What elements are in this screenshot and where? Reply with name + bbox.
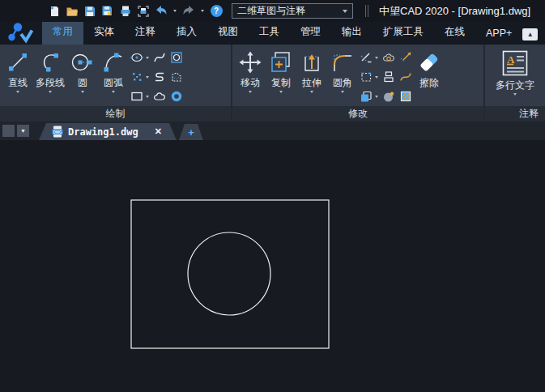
- help-button[interactable]: ?: [207, 3, 225, 19]
- save-button[interactable]: [81, 3, 99, 19]
- ribbon-body: 直线 多段线 圆: [0, 45, 545, 121]
- offset-icon: [360, 90, 373, 103]
- arc-icon: [100, 49, 126, 75]
- revision-cloud-button[interactable]: [153, 87, 166, 106]
- open-folder-icon: [66, 5, 79, 18]
- cloud-edit-icon: [382, 51, 395, 64]
- revision-cloud-icon: [153, 90, 166, 103]
- move-icon: [237, 49, 263, 75]
- close-tab-icon[interactable]: ✕: [155, 126, 162, 137]
- titlebar-separator: [365, 5, 368, 17]
- ribbon-tab-express[interactable]: 扩展工具: [373, 20, 434, 45]
- erase-button[interactable]: 擦除: [414, 46, 445, 88]
- redo-button[interactable]: [180, 3, 198, 19]
- window-title: 中望CAD 2020 - [Drawing1.dwg]: [379, 4, 530, 19]
- plot-preview-button[interactable]: [134, 3, 152, 19]
- ribbon-tab-bar: 常用 实体 注释 插入 视图 工具 管理 输出 扩展工具 在线 APP+ ▲: [0, 22, 545, 45]
- undo-button[interactable]: [152, 3, 170, 19]
- scale-button[interactable]: [399, 48, 412, 67]
- chevron-down-icon: [146, 57, 149, 59]
- undo-dropdown[interactable]: [170, 3, 180, 19]
- chevron-down-icon: [173, 10, 177, 12]
- drawing-canvas[interactable]: [0, 140, 545, 392]
- panel-modify: 移动 复制 拉伸: [231, 45, 483, 121]
- ribbon-tab-output[interactable]: 输出: [331, 20, 373, 45]
- mtext-icon: A: [500, 49, 530, 78]
- region-button[interactable]: [170, 48, 183, 67]
- polyline-icon: [37, 49, 63, 75]
- ribbon-tab-view[interactable]: 视图: [207, 20, 249, 45]
- ribbon-tab-home[interactable]: 常用: [42, 20, 83, 45]
- fillet-button[interactable]: 圆角: [327, 46, 358, 93]
- open-file-button[interactable]: [63, 3, 81, 19]
- document-tab-bar: ▼ DWG Drawing1.dwg ✕ +: [0, 121, 545, 140]
- hatch-button[interactable]: [170, 67, 183, 87]
- point-icon: [130, 70, 143, 83]
- new-tab-button[interactable]: +: [179, 124, 203, 140]
- chevron-down-icon: [375, 57, 378, 59]
- ribbon-collapse-button[interactable]: ▲: [522, 28, 538, 40]
- draw-mini-grid: [129, 46, 185, 106]
- save-icon: [83, 5, 96, 18]
- line-button[interactable]: 直线: [2, 46, 33, 93]
- copy-button[interactable]: 复制: [266, 46, 296, 93]
- canvas-svg: [0, 140, 545, 392]
- chevron-down-icon: [49, 91, 52, 93]
- ribbon-tab-app[interactable]: APP+: [475, 23, 522, 45]
- tab-list-dropdown-button[interactable]: ▼: [17, 125, 29, 137]
- drawn-circle[interactable]: [188, 232, 270, 315]
- rectangle-button[interactable]: [130, 87, 149, 106]
- panel-annotate: A 多行文字 注释: [483, 45, 545, 121]
- app-logo-icon[interactable]: [5, 21, 37, 45]
- hatch-edit-icon: [399, 90, 412, 103]
- ribbon-tab-solid[interactable]: 实体: [83, 20, 125, 45]
- print-button[interactable]: [117, 3, 134, 19]
- new-file-button[interactable]: [45, 3, 63, 19]
- lengthen-button[interactable]: [399, 67, 412, 87]
- spline-cv-button[interactable]: [153, 67, 166, 87]
- fillet-icon: [330, 49, 356, 75]
- dwg-file-icon: DWG: [52, 126, 63, 138]
- hatch-edit-button[interactable]: [399, 87, 412, 106]
- arc-button[interactable]: 圆弧: [98, 46, 129, 93]
- circle-button[interactable]: 圆: [67, 46, 98, 93]
- stretch-button[interactable]: 拉伸: [296, 46, 327, 93]
- ribbon-tab-online[interactable]: 在线: [434, 20, 475, 45]
- explode-icon: [382, 90, 395, 103]
- mtext-button[interactable]: A 多行文字: [493, 46, 537, 96]
- svg-text:DWG: DWG: [53, 130, 62, 134]
- document-tab-drawing1[interactable]: DWG Drawing1.dwg ✕: [39, 123, 177, 140]
- drawn-rectangle[interactable]: [131, 200, 329, 348]
- chevron-down-icon: [146, 76, 149, 79]
- chevron-down-icon: [112, 91, 115, 93]
- move-button[interactable]: 移动: [235, 46, 266, 93]
- trim-button[interactable]: [360, 48, 378, 67]
- save-as-icon: [101, 5, 114, 18]
- svg-text:A: A: [507, 53, 515, 66]
- array-icon: [360, 70, 373, 83]
- chevron-down-icon: [249, 91, 252, 93]
- align-button[interactable]: [382, 67, 395, 87]
- workspace-select[interactable]: 二维草图与注释: [232, 3, 353, 19]
- cloud-edit-button[interactable]: [382, 48, 395, 67]
- spline-fit-button[interactable]: [153, 48, 166, 67]
- donut-button[interactable]: [170, 87, 183, 106]
- explode-button[interactable]: [382, 87, 395, 106]
- panel-label-draw: 绘制: [0, 106, 231, 121]
- ellipse-button[interactable]: [130, 48, 149, 67]
- offset-button[interactable]: [360, 87, 378, 106]
- ribbon-tab-tools[interactable]: 工具: [249, 20, 290, 45]
- ribbon-tab-annotate[interactable]: 注释: [125, 20, 166, 45]
- redo-dropdown[interactable]: [198, 3, 207, 19]
- redo-icon: [182, 5, 195, 18]
- trim-icon: [360, 51, 373, 64]
- save-as-button[interactable]: [99, 3, 117, 19]
- panel-draw: 直线 多段线 圆: [0, 45, 231, 121]
- ribbon-tab-insert[interactable]: 插入: [166, 20, 207, 45]
- array-button[interactable]: [360, 67, 378, 87]
- point-button[interactable]: [130, 67, 149, 87]
- ribbon-tab-manage[interactable]: 管理: [290, 20, 331, 45]
- polyline-button[interactable]: 多段线: [33, 46, 67, 93]
- layout-square-button[interactable]: [2, 125, 15, 137]
- scale-icon: [399, 51, 412, 64]
